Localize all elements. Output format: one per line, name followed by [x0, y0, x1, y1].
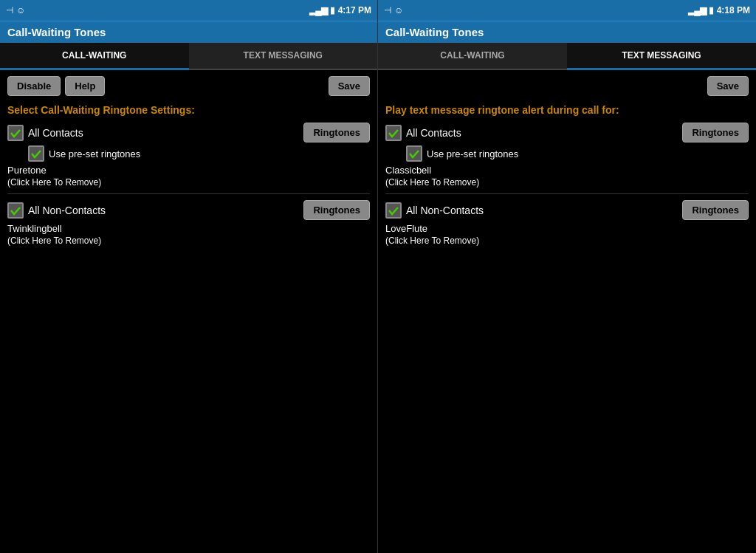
- all-non-contacts-checkbox-2[interactable]: [385, 202, 402, 219]
- usb-icon: ⊣: [6, 5, 13, 16]
- checkmark-icon-2: [388, 127, 399, 139]
- all-non-contacts-checkbox-1[interactable]: [7, 202, 24, 219]
- content-2: Save Play text message ringtone alert du…: [378, 70, 756, 553]
- all-contacts-checkbox-1[interactable]: [7, 125, 24, 141]
- status-left-1: ⊣ ☺: [6, 5, 25, 16]
- toolbar-1: Disable Help Save: [7, 76, 370, 96]
- preset-checkbox-2[interactable]: [406, 145, 422, 162]
- all-contacts-ringtones-btn-2[interactable]: Ringtones: [682, 123, 749, 142]
- status-left-2: ⊣ ☺: [384, 5, 403, 16]
- divider-1: [7, 193, 370, 194]
- non-contacts-checkmark-icon-1: [10, 205, 21, 216]
- tabs-2: CALL-WAITING TEXT MESSAGING: [378, 43, 756, 70]
- section-heading-1: Select Call-Waiting Ringtone Settings:: [7, 103, 370, 117]
- status-bar-1: ⊣ ☺ ▂▄▆ ▮ 4:17 PM: [0, 0, 377, 21]
- status-bar-2: ⊣ ☺ ▂▄▆ ▮ 4:18 PM: [378, 0, 756, 21]
- checkmark-icon-1: [10, 127, 21, 139]
- all-contacts-label-1[interactable]: All Contacts: [7, 125, 83, 141]
- notification-icon-2: ☺: [394, 5, 403, 16]
- tab-call-waiting-2[interactable]: CALL-WAITING: [378, 43, 567, 70]
- all-contacts-label-2[interactable]: All Contacts: [385, 125, 461, 141]
- all-non-contacts-label-2[interactable]: All Non-Contacts: [385, 202, 484, 219]
- all-contacts-row-2: All Contacts Ringtones: [385, 123, 749, 142]
- signal-icon: ▂▄▆: [309, 5, 327, 16]
- all-non-contacts-ringtones-btn-2[interactable]: Ringtones: [682, 200, 749, 220]
- ringtone-name-1: Puretone: [7, 165, 370, 176]
- non-contacts-ringtone-name-1: Twinklingbell: [7, 223, 370, 234]
- preset-checkmark-icon-1: [30, 148, 42, 159]
- time-display-2: 4:18 PM: [717, 5, 750, 16]
- save-button-2[interactable]: Save: [707, 76, 749, 96]
- help-button-1[interactable]: Help: [65, 76, 105, 96]
- all-non-contacts-text-1: All Non-Contacts: [28, 205, 106, 216]
- tab-text-messaging-1[interactable]: TEXT MESSAGING: [189, 43, 378, 70]
- signal-icon-2: ▂▄▆: [688, 5, 706, 16]
- all-non-contacts-row-2: All Non-Contacts Ringtones: [385, 200, 749, 220]
- all-contacts-text-1: All Contacts: [28, 127, 83, 139]
- battery-icon-2: ▮: [709, 5, 714, 16]
- usb-icon-2: ⊣: [384, 5, 391, 16]
- preset-checkmark-icon-2: [408, 148, 420, 159]
- tabs-1: CALL-WAITING TEXT MESSAGING: [0, 43, 377, 70]
- toolbar-left-1: Disable Help: [7, 76, 105, 96]
- status-right-1: ▂▄▆ ▮ 4:17 PM: [309, 5, 371, 16]
- all-non-contacts-label-1[interactable]: All Non-Contacts: [7, 202, 106, 219]
- non-contacts-ringtone-name-2: LoveFlute: [385, 223, 749, 234]
- preset-label-2: Use pre-set ringtones: [427, 148, 518, 159]
- all-contacts-row-1: All Contacts Ringtones: [7, 123, 370, 142]
- ringtone-remove-1[interactable]: (Click Here To Remove): [7, 177, 370, 188]
- preset-checkbox-1[interactable]: [28, 145, 44, 162]
- app-title-2: Call-Waiting Tones: [378, 21, 756, 43]
- screen-1: ⊣ ☺ ▂▄▆ ▮ 4:17 PM Call-Waiting Tones CAL…: [0, 0, 378, 553]
- all-contacts-text-2: All Contacts: [406, 127, 461, 139]
- ringtone-remove-2[interactable]: (Click Here To Remove): [385, 177, 749, 188]
- status-right-2: ▂▄▆ ▮ 4:18 PM: [688, 5, 750, 16]
- all-non-contacts-ringtones-btn-1[interactable]: Ringtones: [303, 200, 370, 220]
- tab-text-messaging-2[interactable]: TEXT MESSAGING: [567, 43, 756, 70]
- save-button-1[interactable]: Save: [329, 76, 370, 96]
- content-1: Disable Help Save Select Call-Waiting Ri…: [0, 70, 377, 553]
- preset-row-1[interactable]: Use pre-set ringtones: [28, 145, 370, 162]
- ringtone-name-2: Classicbell: [385, 165, 749, 176]
- time-display-1: 4:17 PM: [338, 5, 371, 16]
- all-contacts-ringtones-btn-1[interactable]: Ringtones: [303, 123, 370, 142]
- all-non-contacts-text-2: All Non-Contacts: [406, 205, 484, 216]
- preset-label-1: Use pre-set ringtones: [49, 148, 140, 159]
- non-contacts-ringtone-remove-2[interactable]: (Click Here To Remove): [385, 236, 749, 246]
- preset-row-2[interactable]: Use pre-set ringtones: [406, 145, 749, 162]
- toolbar-2: Save: [385, 76, 749, 96]
- all-contacts-checkbox-2[interactable]: [385, 125, 402, 141]
- non-contacts-ringtone-remove-1[interactable]: (Click Here To Remove): [7, 236, 370, 246]
- non-contacts-checkmark-icon-2: [388, 205, 399, 216]
- section-heading-2: Play text message ringtone alert during …: [385, 103, 749, 117]
- notification-icon: ☺: [16, 5, 25, 16]
- tab-call-waiting-1[interactable]: CALL-WAITING: [0, 43, 189, 70]
- app-title-1: Call-Waiting Tones: [0, 21, 377, 43]
- all-non-contacts-row-1: All Non-Contacts Ringtones: [7, 200, 370, 220]
- disable-button-1[interactable]: Disable: [7, 76, 61, 96]
- battery-icon: ▮: [330, 5, 335, 16]
- divider-2: [385, 193, 749, 194]
- screen-2: ⊣ ☺ ▂▄▆ ▮ 4:18 PM Call-Waiting Tones CAL…: [378, 0, 756, 553]
